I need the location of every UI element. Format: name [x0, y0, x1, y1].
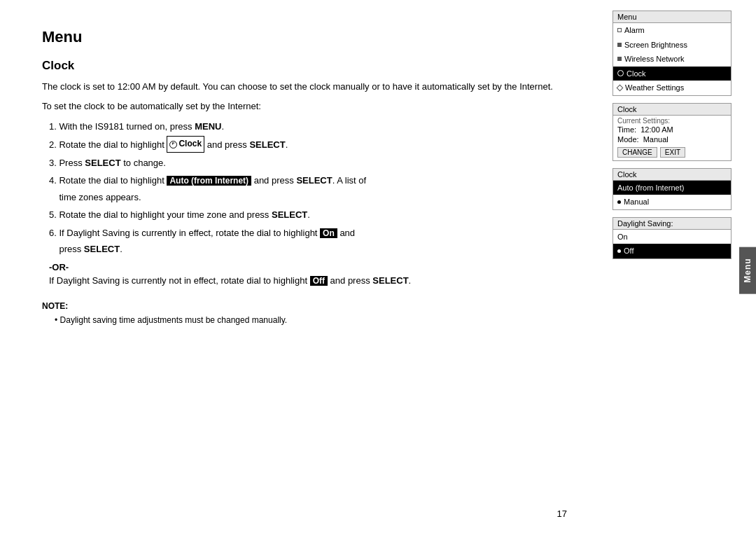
page-title: Menu [42, 28, 574, 46]
menu-item-alarm[interactable]: Alarm [613, 23, 731, 38]
intro-paragraph-1: The clock is set to 12:00 AM by default.… [42, 80, 574, 94]
step-2: 2. Rotate the dial to highlight Clock an… [49, 136, 574, 153]
or-paragraph: If Daylight Saving is currently not in e… [49, 275, 574, 286]
clock-option-auto[interactable]: Auto (from Internet) [613, 181, 731, 195]
menu-item-brightness[interactable]: Screen Brightness [613, 38, 731, 53]
clock-settings-header: Clock [613, 104, 731, 116]
daylight-header: Daylight Saving: [613, 218, 731, 230]
main-content: Menu Clock The clock is set to 12:00 AM … [0, 0, 609, 540]
brightness-icon [617, 43, 622, 47]
or-line: -OR- [49, 262, 574, 272]
sidebar: Menu Alarm Screen Brightness Wireless Ne… [609, 0, 756, 540]
note-bullet: • Daylight saving time adjustments must … [55, 314, 574, 326]
daylight-on[interactable]: On [613, 230, 731, 244]
clock-button-row: CHANGE EXIT [613, 144, 731, 160]
clock-icon-small [169, 141, 177, 148]
clock-options-header: Clock [613, 169, 731, 181]
menu-panel: Menu Alarm Screen Brightness Wireless Ne… [612, 11, 732, 96]
note-label: NOTE: [42, 301, 574, 311]
current-settings-label: Current Settings: [613, 116, 731, 125]
weather-icon [617, 84, 624, 91]
on-highlight: On [320, 228, 337, 238]
step-list: 1. With the IS9181 turned on, press MENU… [49, 118, 574, 258]
page-number: 17 [557, 508, 567, 519]
auto-internet-highlight: Auto (from Internet) [167, 176, 251, 186]
clock-options-panel: Clock Auto (from Internet) Manual [612, 168, 732, 210]
menu-item-wireless[interactable]: Wireless Network [613, 52, 731, 67]
off-highlight: Off [310, 276, 328, 286]
step-3: 3. Press SELECT to change. [49, 155, 574, 171]
step-1: 1. With the IS9181 turned on, press MENU… [49, 118, 574, 134]
exit-button[interactable]: EXIT [660, 147, 685, 158]
mode-setting: Mode: Manual [613, 134, 731, 144]
clock-highlight: Clock [167, 136, 204, 153]
change-button[interactable]: CHANGE [617, 147, 657, 158]
wireless-icon [617, 57, 622, 61]
clock-settings-panel: Clock Current Settings: Time: 12:00 AM M… [612, 103, 732, 161]
intro-paragraph-2: To set the clock to be automatically set… [42, 99, 574, 113]
off-dot-icon [617, 249, 621, 253]
clock-option-manual[interactable]: Manual [613, 195, 731, 209]
step-5: 5. Rotate the dial to highlight your tim… [49, 207, 574, 223]
menu-panel-header: Menu [613, 11, 731, 23]
daylight-panel: Daylight Saving: On Off [612, 217, 732, 259]
alarm-icon [617, 28, 622, 32]
daylight-off[interactable]: Off [613, 244, 731, 258]
section-title: Clock [42, 59, 574, 73]
menu-item-clock[interactable]: Clock [613, 67, 731, 81]
manual-dot-icon [617, 200, 621, 204]
menu-item-weather[interactable]: Weather Settings [613, 81, 731, 95]
time-setting: Time: 12:00 AM [613, 125, 731, 134]
step-6: 6. If Daylight Saving is currently in ef… [49, 225, 574, 258]
side-tab: Menu [739, 247, 756, 293]
note-section: NOTE: • Daylight saving time adjustments… [42, 301, 574, 326]
step-4: 4. Rotate the dial to highlight Auto (fr… [49, 172, 574, 205]
clock-menu-icon [617, 70, 624, 76]
